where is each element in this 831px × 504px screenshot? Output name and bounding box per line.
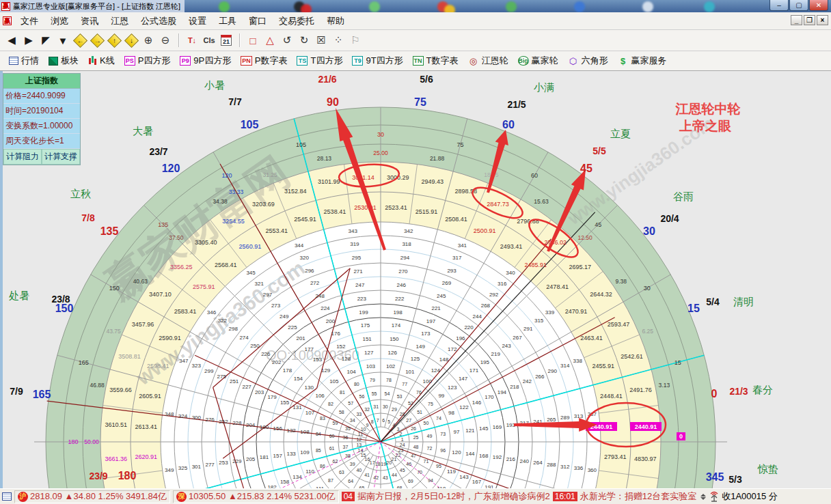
- sort-icon[interactable]: T↓: [185, 32, 200, 48]
- svg-text:119: 119: [447, 468, 456, 475]
- app-icon-small: 赢: [3, 16, 12, 25]
- calendar-icon[interactable]: 21: [219, 32, 234, 48]
- svg-text:171: 171: [469, 367, 479, 374]
- rotate-left-icon[interactable]: ◤: [38, 32, 53, 48]
- svg-text:40.63: 40.63: [133, 278, 148, 285]
- menu-8[interactable]: 交易委托: [273, 13, 321, 29]
- svg-text:152: 152: [336, 344, 346, 350]
- rotate-right-icon[interactable]: ▼: [55, 32, 70, 48]
- shanghai-index: 沪 2818.09 ▲34.80 1.25% 3491.84亿: [14, 490, 170, 503]
- minimize-button[interactable]: –: [769, 0, 789, 11]
- zoom-out-icon[interactable]: ⊖: [158, 32, 173, 48]
- mdi-close-button[interactable]: ×: [817, 15, 828, 25]
- svg-text:128: 128: [342, 356, 351, 362]
- cls-button[interactable]: Cls: [202, 32, 217, 48]
- ticker-scroll-control[interactable]: [699, 494, 707, 500]
- toolbar-separator: [239, 33, 240, 47]
- svg-text:18: 18: [375, 462, 381, 466]
- svg-text:69: 69: [408, 479, 413, 484]
- gann-wheel[interactable]: 赢家财富网www.yingjia360.comwww.yingjia360.co…: [3, 71, 831, 488]
- arc-cw-icon[interactable]: ↻: [297, 32, 312, 48]
- svg-text:3051.14: 3051.14: [352, 174, 374, 181]
- svg-text:79: 79: [370, 378, 375, 382]
- toolbar-item-t9[interactable]: T99T四方形: [349, 53, 406, 68]
- svg-text:27: 27: [406, 418, 411, 423]
- svg-text:21/5: 21/5: [507, 99, 526, 110]
- menu-6[interactable]: 工具: [213, 13, 243, 29]
- menu-2[interactable]: 资讯: [74, 13, 105, 29]
- menu-9[interactable]: 帮助: [321, 13, 351, 29]
- svg-text:2508.41: 2508.41: [445, 216, 467, 223]
- svg-text:149: 149: [416, 344, 425, 350]
- toolbar-item-quotes-grid[interactable]: 行情: [5, 53, 42, 68]
- svg-text:3559.66: 3559.66: [109, 387, 132, 393]
- svg-text:61: 61: [329, 446, 335, 451]
- svg-text:56: 56: [359, 394, 365, 399]
- toolbar-item-ps[interactable]: PSP四方形: [121, 53, 174, 68]
- svg-text:33: 33: [356, 412, 362, 417]
- svg-text:125: 125: [411, 356, 420, 362]
- svg-text:129: 129: [321, 367, 331, 374]
- close-button[interactable]: ✕: [809, 0, 828, 11]
- svg-text:205: 205: [246, 456, 256, 462]
- arc-ccw-icon[interactable]: ↺: [280, 32, 295, 48]
- forward-icon[interactable]: ▶: [21, 32, 36, 48]
- toolbar-item-tn[interactable]: TNT数字表: [409, 53, 462, 68]
- calc-support-button[interactable]: 计算支撑: [42, 149, 80, 165]
- svg-text:253: 253: [219, 460, 228, 466]
- toolbar-item-blocks[interactable]: 板块: [45, 53, 82, 68]
- svg-text:38: 38: [345, 453, 351, 458]
- diamond-left-icon[interactable]: ←: [72, 32, 87, 48]
- svg-text:2523.41: 2523.41: [385, 204, 407, 211]
- svg-text:170: 170: [485, 394, 494, 400]
- svg-text:5/5: 5/5: [592, 145, 606, 156]
- news-ticker-1[interactable]: 据南方日报，2月5日0-12时，广东新增确诊病例2: [357, 490, 550, 503]
- svg-text:15: 15: [675, 359, 681, 366]
- svg-text:45: 45: [400, 468, 405, 473]
- svg-text:25.00: 25.00: [373, 150, 388, 156]
- svg-text:2500.91: 2500.91: [474, 227, 496, 234]
- xbox-icon[interactable]: ☒: [314, 32, 329, 48]
- menu-4[interactable]: 公式选股: [135, 13, 182, 29]
- svg-text:314: 314: [560, 363, 570, 369]
- menu-1[interactable]: 浏览: [44, 13, 74, 29]
- calc-resistance-button[interactable]: 计算阻力: [3, 149, 42, 165]
- diamond-right-icon[interactable]: →: [90, 32, 105, 48]
- svg-text:294: 294: [400, 255, 410, 261]
- toolbar-item-pn[interactable]: PNP数字表: [237, 53, 290, 68]
- svg-text:151: 151: [362, 336, 372, 342]
- flag-icon[interactable]: ⚐: [348, 32, 363, 48]
- menu-3[interactable]: 江恩: [105, 13, 135, 29]
- svg-text:348: 348: [165, 411, 174, 417]
- toolbar-item-winner-wheel[interactable]: Big赢家轮: [515, 53, 562, 68]
- square-tool-icon[interactable]: □: [245, 32, 260, 48]
- maximize-button[interactable]: ▢: [789, 0, 808, 11]
- triangle-tool-icon[interactable]: △: [262, 32, 277, 48]
- svg-text:9.38: 9.38: [615, 278, 627, 285]
- back-icon[interactable]: ◀: [4, 32, 19, 48]
- toolbar-item-service[interactable]: $赢家服务: [614, 53, 670, 68]
- mdi-restore-button[interactable]: ❐: [804, 15, 815, 25]
- toolbar-item-ts[interactable]: TST四方形: [293, 53, 346, 68]
- zoom-in-icon[interactable]: ⊕: [141, 32, 156, 48]
- toolbar-item-p9[interactable]: P99P四方形: [176, 53, 234, 68]
- news-ticker-2[interactable]: 永新光学：捐赠12台套实验室: [580, 490, 696, 503]
- svg-text:2470.91: 2470.91: [565, 308, 588, 315]
- svg-text:248: 248: [316, 293, 325, 299]
- mdi-minimize-button[interactable]: _: [791, 15, 802, 25]
- toolbar-item-hexagon[interactable]: ⬡六角形: [564, 53, 612, 68]
- svg-text:96: 96: [440, 448, 446, 453]
- quotes-grid-icon[interactable]: [2, 492, 12, 501]
- svg-text:178: 178: [283, 367, 292, 374]
- diamond-up-icon[interactable]: ↑: [107, 32, 122, 48]
- menu-7[interactable]: 窗口: [243, 13, 273, 29]
- toolbar-item-gann-wheel[interactable]: ◎江恩轮: [465, 53, 512, 68]
- fit-icon[interactable]: ⁘: [331, 32, 346, 48]
- svg-text:2491.76: 2491.76: [629, 387, 652, 393]
- toolbar-item-kline[interactable]: K线: [85, 53, 118, 68]
- svg-text:154: 154: [294, 376, 303, 382]
- svg-text:99: 99: [438, 393, 444, 399]
- menu-0[interactable]: 文件: [14, 13, 44, 29]
- diamond-down-icon[interactable]: ↓: [124, 32, 139, 48]
- menu-5[interactable]: 设置: [182, 13, 213, 29]
